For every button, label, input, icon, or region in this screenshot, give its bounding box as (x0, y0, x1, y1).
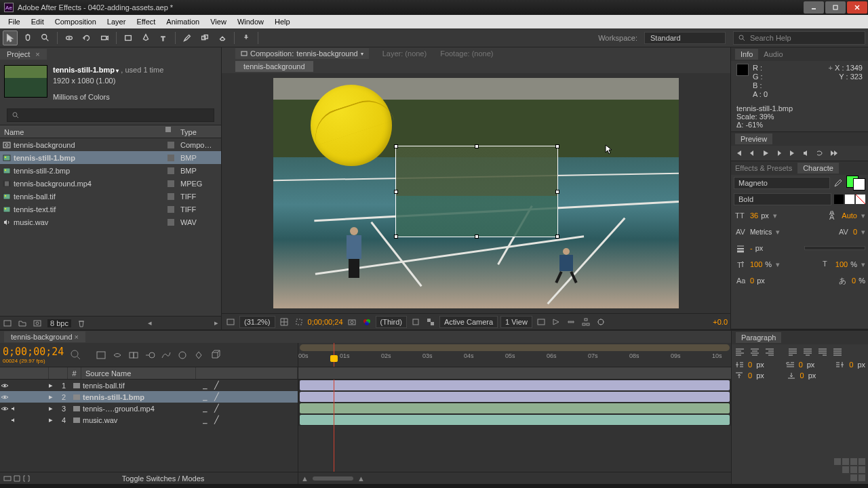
audio-toggle[interactable] (9, 405, 19, 412)
preview-tab[interactable]: Preview (735, 134, 772, 144)
pixel-aspect-icon[interactable] (535, 316, 547, 328)
timeline-layer[interactable]: ▸1tennis-ball.tif⎯╱ (0, 380, 298, 391)
minimize-button[interactable] (804, 1, 824, 14)
info-tab[interactable]: Info (735, 49, 758, 60)
menu-edit[interactable]: Edit (26, 16, 50, 27)
layer-tab[interactable]: Layer: (none) (382, 49, 427, 58)
project-tab[interactable]: Project (0, 49, 47, 60)
font-style-dropdown[interactable]: Bold (734, 193, 831, 205)
rotation-tool[interactable] (79, 30, 94, 45)
visibility-toggle[interactable] (0, 382, 9, 389)
exposure-value[interactable]: +0.0 (713, 318, 728, 326)
footage-tab[interactable]: Footage: (none) (440, 49, 493, 58)
magnification-dropdown[interactable]: (31.2%) (239, 316, 275, 328)
frame-blend-icon[interactable] (127, 349, 140, 361)
project-item[interactable]: tennis-still-2.bmpBMP (0, 164, 221, 177)
resolution-dropdown[interactable]: (Third) (376, 316, 407, 328)
layer-switch[interactable]: ⎯ (203, 381, 208, 390)
layer-bar[interactable] (298, 391, 731, 403)
eraser-tool[interactable] (215, 30, 230, 45)
menu-file[interactable]: File (3, 16, 26, 27)
justify-all-icon[interactable] (832, 347, 843, 357)
playhead[interactable] (334, 343, 334, 367)
layer-bounding-box[interactable] (395, 146, 558, 237)
view-dropdown[interactable]: 1 View (500, 316, 532, 328)
menu-animation[interactable]: Animation (161, 16, 205, 27)
camera-dropdown[interactable]: Active Camera (439, 316, 498, 328)
justify-left-icon[interactable] (787, 347, 798, 357)
project-item[interactable]: music.wavWAV (0, 216, 221, 228)
prev-arrow-icon[interactable]: ◂ (148, 319, 152, 327)
justify-right-icon[interactable] (817, 347, 828, 357)
last-frame-icon[interactable] (788, 148, 797, 158)
asset-label[interactable] (164, 180, 178, 187)
twirl-icon[interactable]: ▸ (49, 404, 57, 413)
zoom-in-icon[interactable]: ▲ (357, 474, 365, 483)
render-queue-icon[interactable] (12, 474, 22, 483)
black-swatch[interactable] (834, 195, 844, 204)
zoom-tool[interactable] (38, 30, 53, 45)
zoom-out-icon[interactable]: ▲ (301, 474, 309, 483)
new-folder-icon[interactable] (18, 319, 27, 328)
composition-viewer[interactable] (222, 73, 730, 313)
flowchart-icon[interactable] (580, 316, 592, 328)
toggle-switches-icon[interactable] (3, 474, 12, 483)
asset-label[interactable] (164, 206, 178, 213)
orbit-tool[interactable] (62, 30, 77, 45)
zoom-slider[interactable] (313, 476, 353, 481)
col-name[interactable]: Name (0, 125, 164, 138)
comp-crumb[interactable]: tennis-background (235, 61, 313, 72)
channel-icon[interactable] (361, 316, 373, 328)
timeline-layer[interactable]: ▸4music.wav⎯╱ (0, 414, 298, 426)
always-preview-icon[interactable] (224, 316, 237, 328)
asset-label[interactable] (164, 155, 178, 161)
hand-tool[interactable] (20, 30, 35, 45)
play-icon[interactable] (761, 148, 770, 158)
layer-switch[interactable]: ⎯ (203, 392, 208, 401)
align-left-icon[interactable] (734, 347, 745, 357)
mute-icon[interactable] (802, 148, 811, 158)
search-timeline-icon[interactable] (69, 348, 83, 362)
search-help[interactable]: Search Help (733, 31, 865, 45)
close-button[interactable] (847, 1, 867, 14)
brackets-icon[interactable] (22, 474, 31, 483)
timeline-layer[interactable]: ▸3tennis-….ground.mp4⎯╱ (0, 403, 298, 414)
prev-frame-icon[interactable] (747, 148, 757, 158)
layer-switch[interactable]: ⎯ (203, 415, 208, 424)
next-frame-icon[interactable] (774, 148, 784, 158)
menu-layer[interactable]: Layer (102, 16, 132, 27)
transparency-icon[interactable] (425, 316, 437, 328)
project-item[interactable]: tennis-background.mp4MPEG (0, 177, 221, 190)
toggle-switches-button[interactable]: Toggle Switches / Modes (122, 474, 205, 483)
current-time-display[interactable]: 0;00;00;24 (3, 346, 64, 358)
menu-composition[interactable]: Composition (50, 16, 102, 27)
twirl-icon[interactable]: ▸ (49, 415, 57, 424)
maximize-button[interactable] (825, 1, 846, 14)
layer-bar[interactable] (298, 414, 731, 426)
comp-mini-icon[interactable] (95, 349, 107, 361)
visibility-toggle[interactable] (0, 394, 9, 401)
rectangle-tool[interactable] (121, 30, 136, 45)
pen-tool[interactable] (138, 30, 153, 45)
white-swatch[interactable] (845, 195, 854, 204)
auto-keyframe-icon[interactable] (193, 349, 205, 361)
col-type[interactable]: Type (178, 125, 221, 138)
layer-bar[interactable] (298, 380, 731, 391)
timeline-icon[interactable] (565, 316, 577, 328)
visibility-toggle[interactable] (0, 405, 9, 412)
project-item[interactable]: tennis-text.tifTIFF (0, 203, 221, 216)
graph-editor-icon[interactable] (160, 349, 172, 361)
align-right-icon[interactable] (764, 347, 775, 357)
font-family-dropdown[interactable]: Magneto (734, 177, 830, 189)
ram-preview-icon[interactable] (829, 148, 838, 158)
next-arrow-icon[interactable]: ▸ (214, 319, 218, 327)
clone-tool[interactable] (197, 30, 212, 45)
interpret-footage-icon[interactable] (3, 319, 12, 328)
asset-label[interactable] (164, 142, 178, 148)
asset-label[interactable] (164, 219, 178, 226)
workspace-dropdown[interactable]: Standard (644, 32, 726, 44)
first-frame-icon[interactable] (734, 148, 743, 158)
project-item[interactable]: tennis-ball.tifTIFF (0, 190, 221, 203)
paragraph-tab[interactable]: Paragraph (736, 332, 781, 343)
timeline-layer[interactable]: ▸2tennis-still-1.bmp⎯╱ (0, 391, 298, 403)
